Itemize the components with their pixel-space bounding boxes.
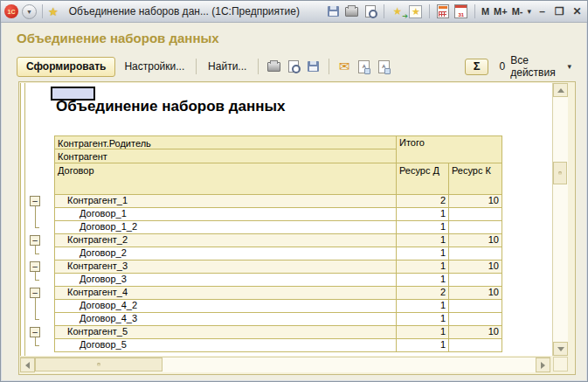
cell-label[interactable]: Договор_3 xyxy=(54,274,397,287)
cell-label[interactable]: Договор_1 xyxy=(54,208,397,221)
cell-resource-d[interactable]: 1 xyxy=(397,260,449,274)
horizontal-scroll-thumb[interactable] xyxy=(35,358,163,372)
calculator-icon[interactable] xyxy=(436,4,450,18)
close-button[interactable]: ✕ xyxy=(571,5,584,17)
mail-icon[interactable]: ✉ xyxy=(337,59,352,74)
cell-resource-k[interactable] xyxy=(449,247,502,260)
maximize-button[interactable]: ❒ xyxy=(553,5,566,17)
memory-minus-button[interactable]: M- xyxy=(512,6,523,17)
cell-resource-d[interactable]: 1 xyxy=(397,339,449,352)
cell-resource-k[interactable] xyxy=(449,208,502,221)
save-icon[interactable] xyxy=(327,4,341,18)
settings-button[interactable]: Настройки... xyxy=(121,58,188,75)
system-menu-icon[interactable]: ▼ xyxy=(22,4,37,19)
separator xyxy=(196,59,197,74)
arrow-left-icon xyxy=(25,362,30,369)
collapse-toggle[interactable]: – xyxy=(30,196,40,206)
cell-resource-k[interactable] xyxy=(449,300,502,313)
print-preview-icon[interactable] xyxy=(287,59,301,74)
table-row: Договор_1 1 xyxy=(20,208,552,221)
cell-resource-k[interactable]: 10 xyxy=(449,287,502,300)
separator xyxy=(429,4,430,18)
header-total[interactable]: Итого xyxy=(397,135,502,163)
cell-label[interactable]: Контрагент_2 xyxy=(54,234,397,247)
header-resource-d[interactable]: Ресурс Д xyxy=(397,163,449,195)
cell-resource-d[interactable]: 1 xyxy=(397,313,449,326)
horizontal-scrollbar[interactable] xyxy=(20,357,550,372)
header-counterparty[interactable]: Контрагент xyxy=(54,149,397,163)
vertical-scrollbar[interactable] xyxy=(552,83,568,356)
header-contract[interactable]: Договор xyxy=(54,163,397,195)
add-to-favorites-icon[interactable]: ★ xyxy=(391,4,405,18)
cell-resource-k[interactable] xyxy=(449,339,502,352)
collapse-toggle[interactable]: – xyxy=(30,327,40,337)
cell-resource-k[interactable]: 10 xyxy=(449,195,502,208)
form-title: Объединение наборов данных xyxy=(17,31,219,45)
generate-button[interactable]: Сформировать xyxy=(17,57,115,77)
cell-label[interactable]: Договор_2 xyxy=(54,247,397,260)
cell-resource-k[interactable] xyxy=(449,313,502,326)
cell-resource-d[interactable]: 1 xyxy=(397,326,449,339)
1c-logo-icon[interactable]: 1С xyxy=(4,4,18,18)
memory-plus-button[interactable]: M+ xyxy=(494,6,508,17)
scroll-right-button[interactable] xyxy=(536,358,550,372)
cell-resource-d[interactable]: 1 xyxy=(397,208,449,221)
separator xyxy=(258,59,259,74)
more-chevron-icon[interactable]: ▾ xyxy=(527,7,531,16)
save-fragment-icon[interactable]: A xyxy=(356,59,371,74)
cell-label[interactable]: Контрагент_3 xyxy=(54,260,397,274)
header-resource-k[interactable]: Ресурс К xyxy=(449,163,502,195)
cell-label[interactable]: Контрагент_1 xyxy=(54,195,397,208)
cell-resource-k[interactable] xyxy=(449,221,502,234)
cell-label[interactable]: Договор_4_2 xyxy=(54,300,397,313)
table-row: – Контрагент_4 2 10 xyxy=(20,287,552,300)
table-body: – Контрагент_1 2 10 Договор_1 1 Договор_… xyxy=(20,195,552,352)
table-row: Договор_3 1 xyxy=(20,274,552,287)
all-actions-button[interactable]: Все действия ▾ xyxy=(510,54,571,79)
minimize-button[interactable]: – xyxy=(536,5,549,17)
find-button[interactable]: Найти... xyxy=(204,58,250,75)
titlebar[interactable]: 1С ▼ ★ Объединение наборов дан... (1С:Пр… xyxy=(1,1,587,23)
cell-label[interactable]: Договор_1_2 xyxy=(54,221,397,234)
cell-resource-d[interactable]: 2 xyxy=(397,195,449,208)
table-row: Договор_1_2 1 xyxy=(20,221,552,234)
app-window: 1С ▼ ★ Объединение наборов дан... (1С:Пр… xyxy=(0,0,588,382)
cell-resource-k[interactable]: 10 xyxy=(449,260,502,274)
scroll-up-button[interactable] xyxy=(553,83,568,97)
calendar-icon[interactable]: 31 xyxy=(454,4,468,18)
cell-resource-d[interactable]: 1 xyxy=(397,221,449,234)
scroll-left-button[interactable] xyxy=(20,358,35,372)
cell-resource-k[interactable]: 10 xyxy=(449,234,502,247)
save-icon[interactable] xyxy=(306,59,321,74)
collapse-toggle[interactable]: – xyxy=(30,288,40,298)
cell-resource-d[interactable]: 1 xyxy=(397,274,449,287)
cell-resource-d[interactable]: 1 xyxy=(397,300,449,313)
spreadsheet[interactable]: Объединение наборов данных Контрагент.Ро… xyxy=(20,83,552,356)
vertical-scroll-thumb[interactable] xyxy=(553,162,567,184)
collapse-toggle[interactable]: – xyxy=(30,235,40,246)
separator xyxy=(474,4,475,18)
cell-label[interactable]: Договор_5 xyxy=(54,339,397,352)
header-parent[interactable]: Контрагент.Родитель xyxy=(54,135,397,149)
cell-label[interactable]: Контрагент_5 xyxy=(54,326,397,339)
sum-button[interactable]: Σ xyxy=(465,59,489,75)
cell-label[interactable]: Контрагент_4 xyxy=(54,287,397,300)
favorites-star-icon[interactable]: ★ xyxy=(48,6,59,17)
favorites-icon[interactable]: ★ xyxy=(409,4,423,18)
separator xyxy=(384,4,384,18)
cell-resource-k[interactable]: 10 xyxy=(449,326,502,339)
cell-resource-k[interactable] xyxy=(449,274,502,287)
print-icon[interactable] xyxy=(266,59,281,74)
cell-label[interactable]: Договор_4_3 xyxy=(54,313,397,326)
report-area: Объединение наборов данных Контрагент.Ро… xyxy=(18,81,576,375)
arrow-right-icon xyxy=(541,362,545,369)
print-icon[interactable] xyxy=(345,4,359,18)
collapse-toggle[interactable]: – xyxy=(30,261,40,272)
print-preview-icon[interactable] xyxy=(363,4,377,18)
memory-recall-button[interactable]: M xyxy=(481,6,489,17)
cell-resource-d[interactable]: 2 xyxy=(397,287,449,300)
cell-resource-d[interactable]: 1 xyxy=(397,234,449,247)
paste-fragment-icon[interactable]: A xyxy=(377,59,391,74)
cell-resource-d[interactable]: 1 xyxy=(397,247,449,260)
scroll-down-button[interactable] xyxy=(553,342,568,356)
